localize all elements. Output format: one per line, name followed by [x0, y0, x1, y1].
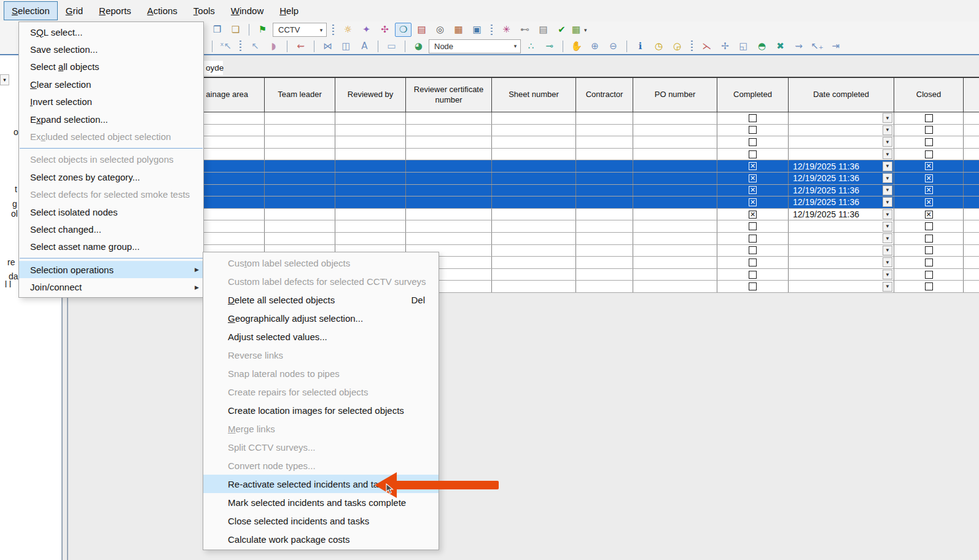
network-validate-icon[interactable]: ✳ [498, 23, 515, 37]
ruler-icon[interactable]: ▭ [383, 39, 400, 53]
menubar-item-window[interactable]: Window [223, 1, 271, 20]
completed-checkbox[interactable] [749, 271, 757, 279]
theme-globe-icon[interactable]: ◕ [410, 39, 427, 53]
menu-item-calculate-work-package-costs[interactable]: Calculate work package costs [203, 530, 439, 548]
closed-checkbox[interactable] [925, 138, 933, 146]
zoom-in-icon[interactable]: ⊕ [587, 39, 603, 53]
link-select-icon[interactable]: ⋈ [319, 39, 336, 53]
table-row[interactable]: 12/19/2025 11:36▼ [71, 196, 979, 209]
date-dropdown-button[interactable]: ▼ [883, 137, 892, 147]
date-dropdown-button[interactable]: ▼ [883, 173, 892, 183]
closed-checkbox[interactable] [925, 259, 933, 266]
zoom-out-icon[interactable]: ⊖ [605, 39, 622, 53]
date-dropdown-button[interactable]: ▼ [883, 282, 892, 292]
deselect-cursor-icon[interactable]: ˣ↖ [217, 39, 234, 53]
colored-nodes-icon[interactable]: ✣ [376, 23, 393, 37]
paste-icon[interactable]: ❏ [227, 23, 244, 37]
completed-checkbox[interactable] [749, 246, 757, 254]
menu-item-join-connect[interactable]: Join/connect▶ [19, 278, 203, 295]
table-row[interactable]: 12/19/2025 11:36▼ [71, 209, 979, 221]
chevron-down-icon[interactable]: ▾ [580, 27, 590, 33]
completed-checkbox[interactable] [749, 235, 757, 243]
cctv-dropdown[interactable]: CCTV▾ [273, 23, 327, 37]
closed-checkbox[interactable] [925, 174, 933, 182]
menu-item-invert-selection[interactable]: Invert selection [19, 93, 203, 111]
column-header-reviewed[interactable]: Reviewed by [335, 78, 406, 112]
menu-item-geographically-adjust-selection[interactable]: Geographically adjust selection... [203, 309, 439, 327]
flag-icon[interactable]: ⚑ [254, 23, 271, 37]
delete-object-icon[interactable]: ✖ [772, 39, 789, 53]
tree-key-icon[interactable]: ✦ [358, 23, 375, 37]
menu-item-create-location-images-for-selected-objects[interactable]: Create location images for selected obje… [203, 401, 439, 419]
link-commit-icon[interactable]: ⊷ [517, 23, 533, 37]
menubar-item-actions[interactable]: Actions [139, 1, 185, 20]
print-update-icon[interactable]: ▤ [535, 23, 552, 37]
menu-item-adjust-selected-values[interactable]: Adjust selected values... [203, 327, 439, 346]
table-row[interactable]: ▼ [71, 149, 979, 161]
date-dropdown-button[interactable]: ▼ [883, 209, 892, 219]
closed-checkbox[interactable] [925, 126, 933, 134]
column-header-extra[interactable] [964, 78, 979, 112]
closed-checkbox[interactable] [925, 162, 933, 170]
menu-item-save-selection[interactable]: Save selection... [19, 41, 203, 58]
connect-node-icon[interactable]: ⊸ [541, 39, 558, 53]
menubar-item-help[interactable]: Help [271, 1, 306, 20]
chevron-down-icon[interactable]: ▾ [510, 43, 520, 49]
menu-item-mark-selected-incidents-and-tasks-complete[interactable]: Mark selected incidents and tasks comple… [203, 493, 439, 511]
menu-item-close-selected-incidents-and-tasks[interactable]: Close selected incidents and tasks [203, 511, 439, 530]
closed-checkbox[interactable] [925, 222, 933, 230]
completed-checkbox[interactable] [749, 211, 757, 219]
table-row[interactable]: 12/19/2025 11:36▼ [71, 173, 979, 185]
completed-checkbox[interactable] [749, 138, 757, 146]
menu-item-delete-all-selected-objects[interactable]: Delete all selected objectsDel [203, 290, 439, 309]
menu-item-clear-selection[interactable]: Clear selection [19, 76, 203, 93]
date-dropdown-button[interactable]: ▼ [883, 113, 892, 123]
menu-item-select-changed[interactable]: Select changed... [19, 220, 203, 238]
menu-item-select-asset-name-group[interactable]: Select asset name group... [19, 238, 203, 255]
menu-item-select-isolated-nodes[interactable]: Select isolated nodes [19, 203, 203, 220]
completed-checkbox[interactable] [749, 282, 757, 290]
grid-report-icon[interactable]: ▦ [450, 23, 467, 37]
completed-checkbox[interactable] [749, 186, 757, 194]
date-dropdown-button[interactable]: ▼ [883, 185, 892, 195]
date-dropdown-button[interactable]: ▼ [883, 233, 892, 243]
column-header-contractor[interactable]: Contractor [576, 78, 633, 112]
defect-list-icon[interactable]: ▤ [413, 23, 430, 37]
measure-icon[interactable]: ⇥ [827, 39, 844, 53]
trace-select-icon[interactable]: ⇜ [292, 39, 309, 53]
select-cursor-icon[interactable]: ↖ [247, 39, 263, 53]
date-dropdown-button[interactable]: ▼ [883, 125, 892, 135]
column-header-completed[interactable]: Completed [717, 78, 789, 112]
dome-icon[interactable]: ◓ [754, 39, 770, 53]
copy-icon[interactable]: ❐ [209, 23, 225, 37]
menubar-item-reports[interactable]: Reports [91, 1, 139, 20]
menu-item-select-zones-by-category[interactable]: Select zones by category... [19, 168, 203, 185]
completed-checkbox[interactable] [749, 174, 757, 182]
new-event-icon[interactable]: ☼ [340, 23, 356, 37]
closed-checkbox[interactable] [925, 246, 933, 254]
date-dropdown-button[interactable]: ▼ [883, 222, 892, 231]
bend-link-icon[interactable]: ⇝ [790, 39, 807, 53]
survey-search-icon[interactable]: ◎ [432, 23, 448, 37]
date-dropdown-button[interactable]: ▼ [883, 161, 892, 171]
flip-window-icon[interactable]: ◱ [735, 39, 752, 53]
completed-checkbox[interactable] [749, 114, 757, 122]
properties-icon[interactable]: ℹ [632, 39, 649, 53]
column-header-team[interactable]: Team leader [265, 78, 335, 112]
closed-checkbox[interactable] [925, 198, 933, 206]
menubar-item-tools[interactable]: Tools [185, 1, 223, 20]
completed-checkbox[interactable] [749, 259, 757, 266]
add-object-icon[interactable]: ↖₊ [809, 39, 825, 53]
label-select-icon[interactable]: A [356, 39, 373, 53]
column-header-sheet[interactable]: Sheet number [492, 78, 576, 112]
completed-checkbox[interactable] [749, 126, 757, 134]
polygon-select-icon[interactable]: ◗ [265, 39, 282, 53]
closed-checkbox[interactable] [925, 282, 933, 290]
find-history-icon[interactable]: ◷ [650, 39, 667, 53]
split-link-icon[interactable]: ⋋ [698, 39, 715, 53]
table-row[interactable]: ▼ [71, 136, 979, 149]
multi-node-icon[interactable]: ∴ [523, 39, 539, 53]
closed-checkbox[interactable] [925, 186, 933, 194]
table-row[interactable]: ▼ [71, 125, 979, 137]
menu-item-select-all-objects[interactable]: Select all objects [19, 58, 203, 76]
